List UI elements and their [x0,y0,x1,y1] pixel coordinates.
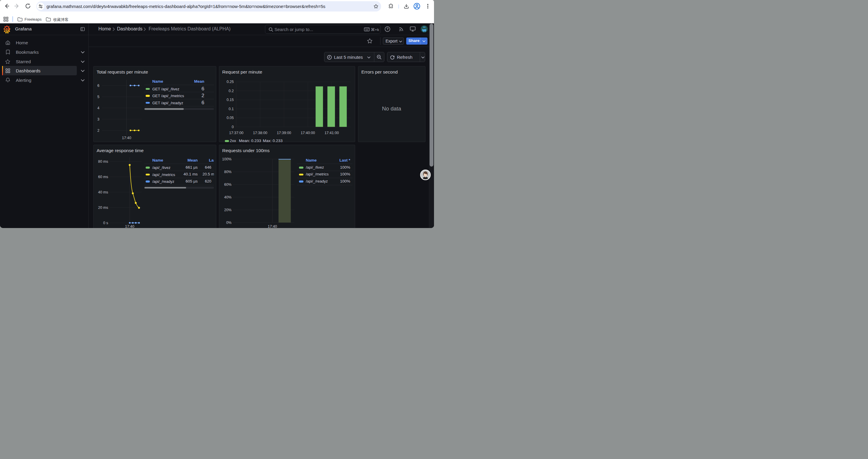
svg-text:0.1: 0.1 [229,107,234,111]
svg-text:17:39:00: 17:39:00 [277,131,291,135]
svg-text:20 ms: 20 ms [98,205,108,210]
svg-text:0%: 0% [226,221,231,225]
svg-text:0 s: 0 s [103,221,108,225]
svg-text:17:40: 17:40 [268,225,277,228]
svg-text:17:40:00: 17:40:00 [301,131,315,135]
svg-text:17:40: 17:40 [125,225,134,228]
svg-text:0: 0 [231,125,234,129]
svg-text:17:40: 17:40 [122,136,131,140]
svg-text:17:37:00: 17:37:00 [229,131,243,135]
svg-text:4: 4 [97,106,99,110]
svg-text:3: 3 [97,117,99,121]
svg-text:0.15: 0.15 [226,98,234,102]
svg-text:100%: 100% [222,157,231,161]
svg-text:40%: 40% [224,195,231,199]
svg-text:80%: 80% [224,170,231,174]
svg-text:40 ms: 40 ms [98,190,108,194]
svg-text:0.2: 0.2 [229,89,234,93]
svg-text:2: 2 [97,128,99,132]
svg-text:80 ms: 80 ms [98,160,108,164]
svg-text:17:38:00: 17:38:00 [253,131,267,135]
svg-text:17:41:00: 17:41:00 [324,131,339,135]
svg-text:60 ms: 60 ms [98,175,108,179]
svg-text:0.05: 0.05 [226,116,234,120]
svg-text:60%: 60% [224,183,231,187]
svg-text:20%: 20% [224,208,231,212]
svg-text:6: 6 [97,83,99,88]
svg-text:0.25: 0.25 [226,80,234,84]
svg-text:?: ? [386,27,389,31]
svg-text:5: 5 [97,95,99,99]
